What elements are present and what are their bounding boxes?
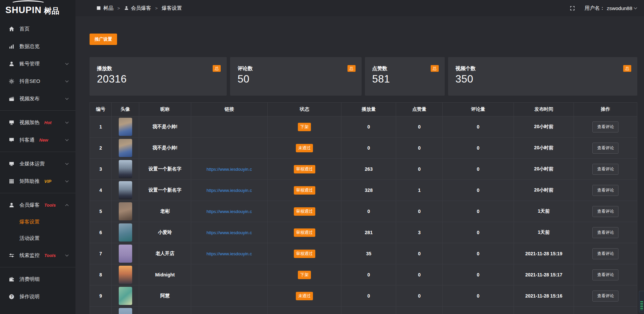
sidebar-item-12[interactable]: ?操作说明 bbox=[0, 288, 75, 305]
cell-time bbox=[514, 307, 574, 314]
cell-plays: 0 bbox=[341, 138, 396, 158]
cell-action bbox=[574, 307, 637, 314]
user-icon bbox=[9, 61, 14, 67]
cell-avatar bbox=[112, 138, 139, 158]
view-comments-button[interactable]: 查看评论 bbox=[592, 185, 619, 196]
cell-status: 审核通过 bbox=[268, 180, 341, 201]
total-badge: 总 bbox=[431, 65, 439, 72]
status-badge: 审核通过 bbox=[294, 228, 315, 237]
cell-status: 下架 bbox=[268, 116, 341, 137]
column-header-7: 评论量 bbox=[443, 103, 514, 116]
cell-time: 1天前 bbox=[514, 222, 574, 243]
sidebar-item-8[interactable]: 矩阵助推VIP bbox=[0, 172, 75, 190]
view-comments-button[interactable]: 查看评论 bbox=[592, 227, 619, 238]
floating-widget[interactable] bbox=[639, 291, 644, 312]
fullscreen-icon[interactable] bbox=[570, 5, 575, 11]
video-link[interactable]: https://www.iesdouyin.c bbox=[207, 167, 252, 172]
sidebar-item-tag: VIP bbox=[44, 179, 51, 184]
cell-comments: 0 bbox=[443, 222, 514, 243]
video-link[interactable]: https://www.iesdouyin.c bbox=[207, 251, 252, 256]
sidebar-divider bbox=[0, 193, 75, 193]
view-comments-button[interactable]: 查看评论 bbox=[592, 206, 619, 217]
sidebar-item-9[interactable]: 会员爆客Tools bbox=[0, 196, 75, 214]
sidebar-subitem-活动设置[interactable]: 活动设置 bbox=[0, 230, 75, 247]
breadcrumb-item-0[interactable]: 树品 bbox=[96, 5, 113, 11]
sidebar-item-10[interactable]: 线索监控Tools bbox=[0, 247, 75, 264]
sidebar-item-3[interactable]: 抖音SEO bbox=[0, 72, 75, 90]
video-icon bbox=[9, 96, 14, 102]
cell-status bbox=[268, 307, 341, 314]
sidebar-item-tag: New bbox=[39, 138, 48, 143]
cell-link bbox=[191, 307, 268, 314]
cell-id: 1 bbox=[90, 116, 112, 137]
sidebar-menu: 首页数据总览账号管理抖音SEO视频发布视频加热Hot抖客通New全媒体运营矩阵助… bbox=[0, 17, 75, 305]
sidebar-item-6[interactable]: 抖客通New bbox=[0, 131, 75, 149]
cell-plays: 0 bbox=[341, 285, 396, 306]
stat-card-2: 点赞数总581 bbox=[365, 57, 445, 96]
breadcrumb-separator: > bbox=[117, 6, 120, 11]
cell-avatar bbox=[112, 264, 139, 285]
home-icon bbox=[9, 26, 14, 32]
view-comments-button[interactable]: 查看评论 bbox=[592, 291, 619, 302]
sidebar-item-label: 消费明细 bbox=[19, 276, 40, 282]
view-comments-button[interactable]: 查看评论 bbox=[592, 248, 619, 259]
avatar bbox=[119, 160, 132, 178]
chevron-down-icon bbox=[65, 79, 69, 82]
cell-status: 审核通过 bbox=[268, 159, 341, 179]
view-comments-button[interactable]: 查看评论 bbox=[592, 143, 619, 154]
view-comments-button[interactable]: 查看评论 bbox=[592, 269, 619, 280]
status-badge: 未通过 bbox=[296, 144, 313, 152]
user-menu[interactable]: 用户名： zswodun88 bbox=[585, 5, 637, 11]
avatar bbox=[119, 118, 132, 136]
sidebar-item-label: 矩阵助推 bbox=[19, 178, 40, 185]
table-body: 1我不是小帅!下架00020小时前查看评论2我不是小帅!未通过00020小时前查… bbox=[90, 116, 637, 314]
username: zswodun88 bbox=[607, 5, 632, 11]
sidebar-item-4[interactable]: 视频发布 bbox=[0, 90, 75, 107]
cell-nickname: 我不是小帅! bbox=[139, 138, 191, 158]
table-row-6: 6小爱玲https://www.iesdouyin.c审核通过281301天前查… bbox=[90, 222, 637, 243]
stat-value: 581 bbox=[372, 73, 439, 85]
video-link[interactable]: https://www.iesdouyin.c bbox=[207, 209, 252, 214]
cell-status: 审核通过 bbox=[268, 243, 341, 264]
breadcrumb-item-2[interactable]: 爆客设置 bbox=[162, 5, 182, 11]
logo-arc-decoration bbox=[11, 0, 46, 6]
cell-nickname: Midnight bbox=[139, 264, 191, 285]
cell-nickname: 老人开店 bbox=[139, 243, 191, 264]
sidebar-item-11[interactable]: 消费明细 bbox=[0, 270, 75, 288]
cell-likes: 0 bbox=[396, 138, 443, 158]
app-logo[interactable]: SHUPIN 树品 bbox=[0, 0, 75, 17]
cell-avatar bbox=[112, 116, 139, 137]
promo-settings-button[interactable]: 推广设置 bbox=[90, 34, 117, 45]
cell-status: 下架 bbox=[268, 264, 341, 285]
stat-card-top: 播放数总 bbox=[97, 65, 221, 72]
table-row-3: 3设置一个新名字https://www.iesdouyin.c审核通过26300… bbox=[90, 158, 637, 179]
svg-text:?: ? bbox=[10, 295, 12, 299]
sidebar-item-label: 视频发布 bbox=[19, 96, 40, 102]
chevron-down-icon bbox=[65, 161, 69, 165]
topbar-right: 用户名： zswodun88 bbox=[570, 5, 637, 11]
avatar bbox=[119, 202, 132, 220]
sidebar-item-label: 线索监控 bbox=[19, 252, 40, 259]
sidebar-item-1[interactable]: 数据总览 bbox=[0, 38, 75, 55]
stat-label: 点赞数 bbox=[372, 65, 387, 72]
status-badge: 未通过 bbox=[296, 292, 313, 300]
table-row-2: 2我不是小帅!未通过00020小时前查看评论 bbox=[90, 137, 637, 158]
chevron-down-icon bbox=[65, 61, 69, 65]
sidebar-subitem-爆客设置[interactable]: 爆客设置 bbox=[0, 214, 75, 230]
stat-label: 评论数 bbox=[237, 65, 253, 72]
avatar bbox=[119, 139, 132, 157]
view-comments-button[interactable]: 查看评论 bbox=[592, 164, 619, 175]
video-link[interactable]: https://www.iesdouyin.c bbox=[207, 188, 252, 193]
cell-plays: 0 bbox=[341, 264, 396, 285]
cell-plays: 0 bbox=[341, 116, 396, 137]
video-link[interactable]: https://www.iesdouyin.c bbox=[207, 230, 252, 235]
sidebar-item-5[interactable]: 视频加热Hot bbox=[0, 114, 75, 131]
sidebar-item-7[interactable]: 全媒体运营 bbox=[0, 155, 75, 172]
breadcrumb-item-1[interactable]: 会员爆客 bbox=[124, 5, 151, 11]
sidebar-item-tag: Tools bbox=[44, 203, 56, 208]
sidebar-item-2[interactable]: 账号管理 bbox=[0, 55, 75, 72]
view-comments-button[interactable]: 查看评论 bbox=[592, 121, 619, 133]
chevron-down-icon bbox=[65, 120, 69, 123]
sidebar-item-0[interactable]: 首页 bbox=[0, 20, 75, 38]
column-header-6: 点赞量 bbox=[396, 103, 443, 116]
